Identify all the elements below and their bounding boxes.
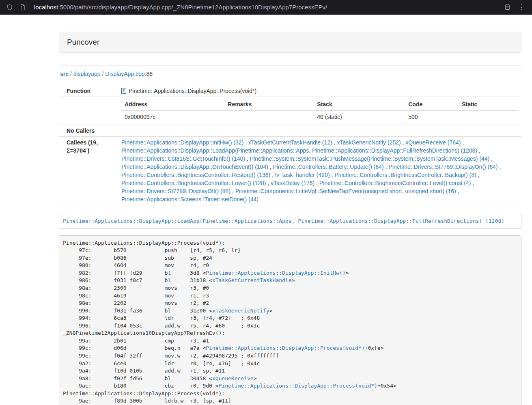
code-symbol-link[interactable]: Pinetime::Applications::DisplayApp::Init… (206, 270, 345, 276)
app-title-panel: Puncover (59, 32, 521, 53)
callers-row: No Callers (59, 125, 521, 137)
callee-link[interactable]: xTaskGetCurrentTaskHandle (12) (248, 139, 332, 146)
url-bar[interactable]: localhost:5000/path/src/displayapp/Displ… (34, 4, 498, 11)
cell-code: 500 (405, 110, 459, 123)
callee-link[interactable]: Pinetime::Applications::DisplayApp::Init… (121, 139, 243, 146)
function-details-table: Address Remarks Stack Code Static 0x0000… (121, 99, 518, 123)
no-callers-label: No Callers (59, 125, 118, 137)
callee-link[interactable]: Pinetime::Drivers::St7789::DisplayOff() … (121, 188, 230, 194)
code-symbol-link[interactable]: Pinetime::Applications::DisplayApp::Proc… (219, 383, 377, 389)
callees-label: Callees (19, Σ=3704 ) (59, 137, 118, 205)
cell-address: 0x0000097c (121, 110, 224, 123)
callee-link[interactable]: Pinetime::System::SystemTask::PushMessag… (250, 155, 490, 162)
url-path: :5000/path/src/displayapp/DisplayApp.cpp… (58, 4, 327, 11)
breadcrumb-line-number: :86 (145, 71, 153, 77)
url-host: localhost (34, 4, 58, 11)
callee-link[interactable]: Pinetime::Controllers::Battery::Update()… (273, 164, 384, 170)
callees-list: Pinetime::Applications::DisplayApp::Init… (118, 137, 521, 205)
cell-stack: 40 (static) (314, 110, 405, 123)
column-header-stack: Stack (314, 99, 405, 110)
callee-link[interactable]: Pinetime::Applications::DisplayApp::OnTo… (121, 164, 268, 170)
breadcrumb-link[interactable]: src (60, 71, 69, 77)
callee-link[interactable]: Pinetime::Controllers::BrightnessControl… (121, 172, 270, 178)
code-symbol-link[interactable]: xQueueReceive (212, 375, 254, 381)
breadcrumb: src / displayapp / DisplayApp.cpp:86 (59, 70, 521, 78)
code-symbol-link[interactable]: Pinetime::Applications::DisplayApp::Proc… (206, 345, 364, 351)
details-header-row: Address Remarks Stack Code Static (121, 99, 518, 110)
callee-link[interactable]: Pinetime::Controllers::BrightnessControl… (334, 172, 476, 178)
column-header-remarks: Remarks (224, 99, 314, 110)
callee-link[interactable]: lv_task_handler (420) (275, 172, 330, 178)
column-header-address: Address (121, 99, 224, 110)
highlighted-symbol-link[interactable]: Pinetime::Applications::DisplayApp::Load… (63, 218, 504, 224)
assembly-code: Pinetime::Applications::DisplayApp::Proc… (59, 235, 521, 405)
callee-link[interactable]: Pinetime::Applications::DisplayApp::Load… (121, 147, 477, 154)
callee-link[interactable]: xTaskGenericNotify (252) (337, 139, 401, 146)
function-type-icon (121, 88, 126, 94)
highlighted-symbol-box: Pinetime::Applications::DisplayApp::Load… (59, 214, 521, 229)
callee-link[interactable]: Pinetime::Controllers::BrightnessControl… (319, 180, 471, 186)
column-header-static: Static (459, 99, 518, 110)
page-content: Puncover src / displayapp / DisplayApp.c… (59, 32, 521, 405)
code-symbol-link[interactable]: xTaskGetCurrentTaskHandle (212, 277, 292, 283)
callee-link[interactable]: Pinetime::Drivers::Cst816S::GetTouchInfo… (121, 155, 245, 162)
callee-link[interactable]: xQueueReceive (764) (405, 139, 461, 146)
shield-icon[interactable] (6, 3, 14, 11)
app-title: Puncover (67, 38, 99, 46)
breadcrumb-separator: / (69, 71, 73, 77)
function-symbol-name: Pinetime::Applications::DisplayApp::Proc… (129, 87, 256, 95)
breadcrumb-separator: / (101, 71, 106, 77)
code-symbol-link[interactable]: xTaskGenericNotify (212, 308, 269, 314)
function-label: Function (59, 85, 118, 97)
empty-label-cell (59, 97, 118, 125)
cell-static (459, 110, 518, 123)
cell-remarks (224, 110, 314, 123)
callee-link[interactable]: vTaskDelay (176) (271, 180, 314, 186)
callers-cell (118, 125, 521, 137)
function-details-row: Address Remarks Stack Code Static 0x0000… (59, 97, 521, 125)
details-value-row: 0x0000097c 40 (static) 500 (121, 110, 518, 123)
divider (59, 65, 521, 66)
page-info-icon[interactable] (19, 3, 27, 11)
breadcrumb-link[interactable]: displayapp (73, 71, 101, 77)
function-row: Function Pinetime::Applications::Display… (59, 85, 521, 97)
callee-link[interactable]: Pinetime::Applications::Screens::Timer::… (121, 196, 258, 202)
browser-toolbar: localhost:5000/path/src/displayapp/Displ… (0, 0, 532, 15)
symbol-table: Function Pinetime::Applications::Display… (59, 85, 521, 205)
callees-row: Callees (19, Σ=3704 ) Pinetime::Applicat… (59, 137, 521, 205)
breadcrumb-link[interactable]: DisplayApp.cpp (105, 71, 144, 77)
reader-view-icon[interactable] (503, 3, 511, 11)
column-header-code: Code (405, 99, 459, 110)
callee-link[interactable]: Pinetime::Components::LittleVgl::SetNewT… (235, 188, 456, 194)
menu-icon[interactable]: ⋮ (516, 4, 526, 11)
callee-link[interactable]: Pinetime::Controllers::BrightnessControl… (121, 180, 266, 186)
callee-link[interactable]: Pinetime::Drivers::St7789::DisplayOn() (… (388, 164, 498, 170)
